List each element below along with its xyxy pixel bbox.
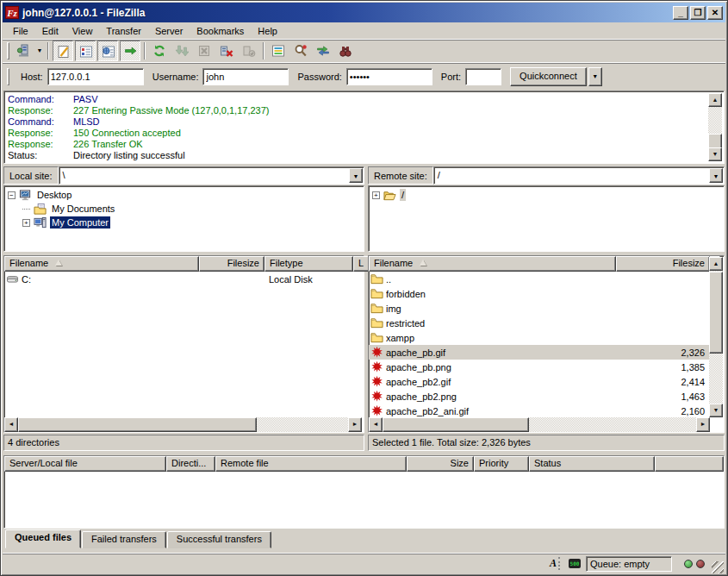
log-line-response: Response:227 Entering Passive Mode (127,… [8,105,707,116]
port-label: Port: [441,72,461,82]
password-input[interactable] [346,68,432,85]
menu-file[interactable]: File [6,24,35,38]
local-file-row[interactable]: C:Local Disk [4,272,364,286]
tree-item[interactable]: −Desktop [4,188,364,202]
scroll-down-icon[interactable]: ▼ [709,404,723,417]
scroll-up-icon[interactable]: ▲ [709,257,723,271]
close-button[interactable]: ✕ [707,6,723,20]
image-icon [370,390,383,403]
tab-failed-transfers[interactable]: Failed transfers [82,531,166,548]
resize-grip[interactable] [712,561,724,573]
expand-icon[interactable]: + [22,219,30,227]
quickconnect-dropdown[interactable]: ▼ [588,67,602,86]
maximize-button[interactable]: ❐ [690,6,706,20]
transfer-type-icon[interactable]: A [546,556,563,572]
scroll-down-icon[interactable]: ▼ [708,147,722,161]
title-bar: Fz john@127.0.0.1 - FileZilla _ ❐ ✕ [3,3,725,22]
folder-icon [370,302,383,315]
column-header-filesize[interactable]: Filesize [616,256,710,272]
log-scrollbar[interactable]: ▲ ▼ [708,93,722,161]
remote-file-row[interactable]: img [369,301,710,316]
refresh-button[interactable] [149,41,170,61]
remote-site-combo[interactable]: / ▼ [433,166,725,185]
menu-server[interactable]: Server [148,24,190,38]
minimize-button[interactable]: _ [673,6,688,20]
column-header-priority[interactable]: Priority [474,456,529,472]
host-input[interactable] [47,68,144,85]
menu-bar: FileEditViewTransferServerBookmarksHelp [3,22,725,39]
toggle-message-log-button[interactable] [53,41,73,61]
column-header-filesize[interactable]: Filesize [199,256,264,272]
toolbar-gripper[interactable] [7,42,9,59]
column-header-directi-[interactable]: Directi... [166,456,215,472]
expand-icon[interactable]: + [372,191,380,199]
quickbar-gripper[interactable] [7,68,9,85]
remote-file-row[interactable]: apache_pb.png1,385 [369,360,710,374]
remote-hscrollbar[interactable]: ◄ ► [369,417,710,432]
tab-successful-transfers[interactable]: Successful transfers [167,531,271,548]
column-header-filetype[interactable]: Filetype [264,256,353,272]
column-header-filename[interactable]: Filename [4,256,199,272]
speed-limit-icon[interactable]: 500 [566,556,583,572]
toggle-queue-button[interactable] [120,41,140,61]
process-queue-button [171,41,192,61]
remote-file-row[interactable]: apache_pb2.gif2,414 [369,374,710,389]
port-input[interactable] [465,68,501,85]
remote-file-row[interactable]: apache_pb2.png1,463 [369,389,710,404]
cancel-icon [197,44,211,58]
site-manager-button[interactable] [13,41,34,61]
find-files-button[interactable] [335,41,356,61]
chevron-down-icon[interactable]: ▼ [709,168,723,183]
menu-view[interactable]: View [65,24,100,38]
remote-file-row[interactable]: apache_pb.gif2,326 [369,345,710,360]
remote-file-row[interactable]: xampp [369,330,710,345]
quickconnect-button[interactable]: Quickconnect [510,67,587,86]
disconnect-button[interactable] [216,41,237,61]
remote-file-row[interactable]: apache_pb2_ani.gif2,160 [369,404,710,417]
remote-file-row[interactable]: .. [369,272,710,286]
column-header-size[interactable]: Size [407,456,474,472]
remote-file-row[interactable]: restricted [369,316,710,330]
column-header-filename[interactable]: Filename [369,256,616,272]
toolbar-separator [47,42,49,59]
image-icon [370,404,383,417]
local-site-label: Local site: [3,166,59,185]
find-files-icon [339,44,352,58]
site-manager-dropdown[interactable]: ▼ [34,41,45,60]
scroll-right-icon[interactable]: ► [348,417,362,432]
tree-connector [22,209,30,210]
username-input[interactable] [202,68,289,85]
scroll-up-icon[interactable]: ▲ [708,93,722,107]
image-icon [370,375,383,388]
remote-file-row[interactable]: forbidden [369,286,710,301]
toolbar: ▼ [3,39,725,62]
scroll-left-icon[interactable]: ◄ [4,417,18,432]
synchronized-browsing-button[interactable] [313,41,333,61]
remote-vscrollbar[interactable]: ▲ ▼ [709,257,723,417]
chevron-down-icon[interactable]: ▼ [349,168,363,183]
scroll-right-icon[interactable]: ► [696,417,710,432]
directory-comparison-button[interactable] [290,41,311,61]
scroll-left-icon[interactable]: ◄ [369,417,383,432]
menu-transfer[interactable]: Transfer [99,24,148,38]
tree-item[interactable]: +My Computer [4,216,364,229]
local-site-combo[interactable]: \ ▼ [59,166,364,185]
message-log: Command:PASVResponse:227 Entering Passiv… [3,91,725,164]
menu-help[interactable]: Help [251,24,284,38]
toggle-queue-icon [124,45,138,59]
menu-bookmarks[interactable]: Bookmarks [190,24,251,38]
toggle-remote-tree-button[interactable] [97,41,118,61]
filter-button[interactable] [268,41,289,61]
column-header-server-local-file[interactable]: Server/Local file [4,456,166,472]
column-header-status[interactable]: Status [529,456,655,472]
tree-item[interactable]: My Documents [4,202,364,216]
toggle-local-tree-button[interactable] [75,41,96,61]
tree-item[interactable]: +/ [369,188,724,202]
transfer-queue: Server/Local fileDirecti...Remote fileSi… [3,455,725,529]
column-header-remote-file[interactable]: Remote file [215,456,407,472]
tab-queued-files[interactable]: Queued files [5,529,81,548]
collapse-icon[interactable]: − [8,191,16,199]
menu-edit[interactable]: Edit [35,24,65,38]
cancel-button [194,41,215,61]
local-hscrollbar[interactable]: ◄ ► [4,417,362,432]
